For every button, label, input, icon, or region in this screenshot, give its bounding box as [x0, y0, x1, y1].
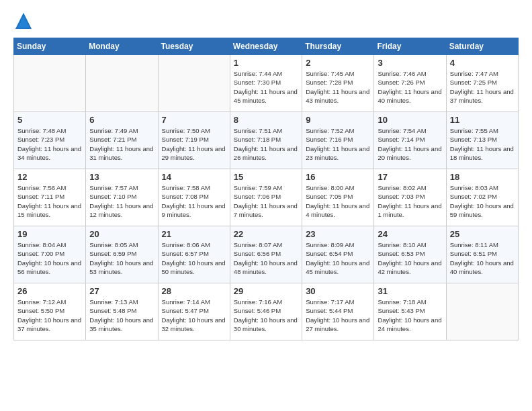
calendar-table: SundayMondayTuesdayWednesdayThursdayFrid…: [13, 38, 519, 340]
day-info: Sunrise: 7:48 AM Sunset: 7:23 PM Dayligh…: [17, 126, 82, 162]
day-info: Sunrise: 8:00 AM Sunset: 7:05 PM Dayligh…: [306, 183, 370, 219]
day-number: 28: [162, 286, 226, 296]
calendar-cell: 7Sunrise: 7:50 AM Sunset: 7:19 PM Daylig…: [158, 112, 230, 169]
day-number: 10: [378, 115, 442, 125]
header: [13, 11, 519, 31]
day-number: 11: [450, 115, 515, 125]
day-number: 1: [234, 58, 298, 68]
day-number: 7: [162, 115, 226, 125]
day-number: 22: [234, 229, 298, 239]
day-number: 31: [378, 286, 442, 296]
day-number: 12: [17, 172, 82, 182]
calendar-cell: 21Sunrise: 8:06 AM Sunset: 6:57 PM Dayli…: [158, 226, 230, 283]
day-info: Sunrise: 8:05 AM Sunset: 6:59 PM Dayligh…: [89, 240, 154, 276]
calendar-cell: 14Sunrise: 7:58 AM Sunset: 7:08 PM Dayli…: [158, 169, 230, 226]
day-number: 3: [378, 58, 442, 68]
day-number: 27: [89, 286, 154, 296]
day-number: 24: [378, 229, 442, 239]
day-info: Sunrise: 8:03 AM Sunset: 7:02 PM Dayligh…: [450, 183, 515, 219]
calendar-cell: 27Sunrise: 7:13 AM Sunset: 5:48 PM Dayli…: [86, 283, 158, 340]
calendar-cell: 28Sunrise: 7:14 AM Sunset: 5:47 PM Dayli…: [158, 283, 230, 340]
calendar-cell: 5Sunrise: 7:48 AM Sunset: 7:23 PM Daylig…: [14, 112, 86, 169]
calendar-cell: 15Sunrise: 7:59 AM Sunset: 7:06 PM Dayli…: [230, 169, 302, 226]
calendar-cell: 3Sunrise: 7:46 AM Sunset: 7:26 PM Daylig…: [374, 55, 446, 112]
day-info: Sunrise: 7:55 AM Sunset: 7:13 PM Dayligh…: [450, 126, 515, 162]
calendar-cell: 19Sunrise: 8:04 AM Sunset: 7:00 PM Dayli…: [14, 226, 86, 283]
day-number: 13: [89, 172, 154, 182]
day-number: 20: [89, 229, 154, 239]
day-info: Sunrise: 7:12 AM Sunset: 5:50 PM Dayligh…: [17, 298, 82, 333]
calendar-cell: 1Sunrise: 7:44 AM Sunset: 7:30 PM Daylig…: [230, 55, 302, 112]
calendar-cell: 25Sunrise: 8:11 AM Sunset: 6:51 PM Dayli…: [446, 226, 518, 283]
day-info: Sunrise: 7:13 AM Sunset: 5:48 PM Dayligh…: [89, 298, 154, 333]
day-number: 8: [234, 115, 298, 125]
day-number: 6: [89, 115, 154, 125]
day-number: 17: [378, 172, 442, 182]
calendar-cell: [446, 283, 518, 340]
logo: [13, 11, 35, 31]
logo-icon: [13, 11, 34, 31]
day-info: Sunrise: 7:17 AM Sunset: 5:44 PM Dayligh…: [306, 298, 370, 333]
day-number: 29: [234, 286, 298, 296]
calendar-cell: 12Sunrise: 7:56 AM Sunset: 7:11 PM Dayli…: [14, 169, 86, 226]
week-row-3: 12Sunrise: 7:56 AM Sunset: 7:11 PM Dayli…: [14, 169, 519, 226]
day-info: Sunrise: 7:14 AM Sunset: 5:47 PM Dayligh…: [162, 298, 226, 333]
calendar-cell: 10Sunrise: 7:54 AM Sunset: 7:14 PM Dayli…: [374, 112, 446, 169]
calendar-cell: 18Sunrise: 8:03 AM Sunset: 7:02 PM Dayli…: [446, 169, 518, 226]
day-info: Sunrise: 7:45 AM Sunset: 7:28 PM Dayligh…: [306, 69, 370, 105]
day-number: 30: [306, 286, 370, 296]
day-info: Sunrise: 7:51 AM Sunset: 7:18 PM Dayligh…: [234, 126, 298, 162]
day-number: 16: [306, 172, 370, 182]
day-number: 26: [17, 286, 82, 296]
day-info: Sunrise: 7:16 AM Sunset: 5:46 PM Dayligh…: [234, 298, 298, 333]
week-row-5: 26Sunrise: 7:12 AM Sunset: 5:50 PM Dayli…: [14, 283, 519, 340]
calendar-cell: 29Sunrise: 7:16 AM Sunset: 5:46 PM Dayli…: [230, 283, 302, 340]
day-number: 21: [162, 229, 226, 239]
col-header-friday: Friday: [374, 38, 446, 55]
col-header-saturday: Saturday: [446, 38, 518, 55]
col-header-monday: Monday: [86, 38, 158, 55]
calendar-cell: 8Sunrise: 7:51 AM Sunset: 7:18 PM Daylig…: [230, 112, 302, 169]
calendar-cell: 20Sunrise: 8:05 AM Sunset: 6:59 PM Dayli…: [86, 226, 158, 283]
calendar-cell: 17Sunrise: 8:02 AM Sunset: 7:03 PM Dayli…: [374, 169, 446, 226]
calendar-cell: 31Sunrise: 7:18 AM Sunset: 5:43 PM Dayli…: [374, 283, 446, 340]
day-info: Sunrise: 7:44 AM Sunset: 7:30 PM Dayligh…: [234, 69, 298, 105]
calendar-cell: 11Sunrise: 7:55 AM Sunset: 7:13 PM Dayli…: [446, 112, 518, 169]
header-row: SundayMondayTuesdayWednesdayThursdayFrid…: [14, 38, 519, 55]
day-info: Sunrise: 7:58 AM Sunset: 7:08 PM Dayligh…: [162, 183, 226, 219]
calendar-cell: 22Sunrise: 8:07 AM Sunset: 6:56 PM Dayli…: [230, 226, 302, 283]
calendar-cell: 16Sunrise: 8:00 AM Sunset: 7:05 PM Dayli…: [302, 169, 374, 226]
week-row-4: 19Sunrise: 8:04 AM Sunset: 7:00 PM Dayli…: [14, 226, 519, 283]
day-info: Sunrise: 8:11 AM Sunset: 6:51 PM Dayligh…: [450, 240, 515, 276]
day-info: Sunrise: 7:52 AM Sunset: 7:16 PM Dayligh…: [306, 126, 370, 162]
col-header-thursday: Thursday: [302, 38, 374, 55]
col-header-tuesday: Tuesday: [158, 38, 230, 55]
day-number: 2: [306, 58, 370, 68]
col-header-wednesday: Wednesday: [230, 38, 302, 55]
col-header-sunday: Sunday: [14, 38, 86, 55]
calendar-cell: 24Sunrise: 8:10 AM Sunset: 6:53 PM Dayli…: [374, 226, 446, 283]
calendar-cell: 13Sunrise: 7:57 AM Sunset: 7:10 PM Dayli…: [86, 169, 158, 226]
day-info: Sunrise: 7:50 AM Sunset: 7:19 PM Dayligh…: [162, 126, 226, 162]
day-info: Sunrise: 7:46 AM Sunset: 7:26 PM Dayligh…: [378, 69, 442, 105]
day-info: Sunrise: 8:10 AM Sunset: 6:53 PM Dayligh…: [378, 240, 442, 276]
day-info: Sunrise: 7:57 AM Sunset: 7:10 PM Dayligh…: [89, 183, 154, 219]
calendar-cell: [86, 55, 158, 112]
day-info: Sunrise: 7:59 AM Sunset: 7:06 PM Dayligh…: [234, 183, 298, 219]
day-info: Sunrise: 7:18 AM Sunset: 5:43 PM Dayligh…: [378, 298, 442, 333]
day-number: 23: [306, 229, 370, 239]
day-info: Sunrise: 7:49 AM Sunset: 7:21 PM Dayligh…: [89, 126, 154, 162]
day-info: Sunrise: 8:02 AM Sunset: 7:03 PM Dayligh…: [378, 183, 442, 219]
calendar-cell: 26Sunrise: 7:12 AM Sunset: 5:50 PM Dayli…: [14, 283, 86, 340]
week-row-2: 5Sunrise: 7:48 AM Sunset: 7:23 PM Daylig…: [14, 112, 519, 169]
day-info: Sunrise: 8:06 AM Sunset: 6:57 PM Dayligh…: [162, 240, 226, 276]
day-number: 5: [17, 115, 82, 125]
calendar-cell: 2Sunrise: 7:45 AM Sunset: 7:28 PM Daylig…: [302, 55, 374, 112]
day-info: Sunrise: 7:47 AM Sunset: 7:25 PM Dayligh…: [450, 69, 515, 105]
calendar-cell: 4Sunrise: 7:47 AM Sunset: 7:25 PM Daylig…: [446, 55, 518, 112]
calendar-cell: 6Sunrise: 7:49 AM Sunset: 7:21 PM Daylig…: [86, 112, 158, 169]
day-number: 18: [450, 172, 515, 182]
week-row-1: 1Sunrise: 7:44 AM Sunset: 7:30 PM Daylig…: [14, 55, 519, 112]
day-info: Sunrise: 8:07 AM Sunset: 6:56 PM Dayligh…: [234, 240, 298, 276]
day-number: 9: [306, 115, 370, 125]
